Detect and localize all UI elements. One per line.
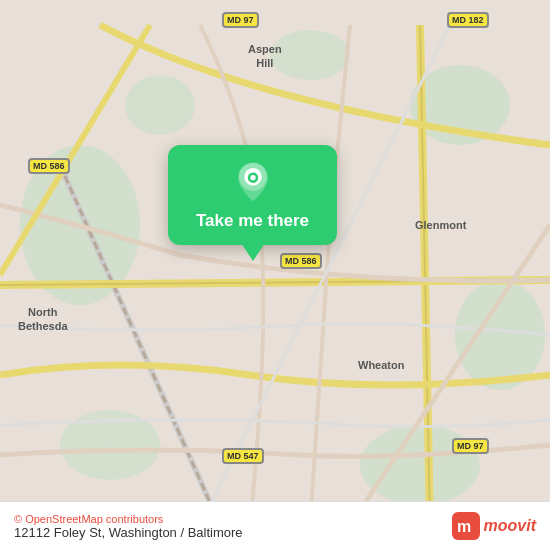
location-pin-icon: [232, 161, 274, 203]
road-badge-md97-bottom: MD 97: [452, 438, 489, 454]
moovit-logo: m moovit: [452, 512, 536, 540]
map-container: AspenHill Glenmont NorthBethesda Wheaton…: [0, 0, 550, 550]
moovit-brand-icon: m: [452, 512, 480, 540]
copyright-text: © OpenStreetMap contributors: [14, 513, 243, 525]
svg-text:m: m: [457, 518, 471, 535]
address-text: 12112 Foley St, Washington / Baltimore: [14, 525, 243, 540]
road-badge-md547: MD 547: [222, 448, 264, 464]
place-label-glenmont: Glenmont: [415, 218, 466, 232]
moovit-text-label: moovit: [484, 517, 536, 535]
svg-point-7: [125, 75, 195, 135]
svg-point-4: [360, 425, 480, 505]
popup-card[interactable]: Take me there: [168, 145, 337, 245]
road-badge-md586-mid: MD 586: [280, 253, 322, 269]
road-badge-md97-top: MD 97: [222, 12, 259, 28]
place-label-wheaton: Wheaton: [358, 358, 404, 372]
place-label-aspen-hill: AspenHill: [248, 42, 282, 71]
road-badge-md586-left: MD 586: [28, 158, 70, 174]
bottom-bar: © OpenStreetMap contributors 12112 Foley…: [0, 501, 550, 550]
take-me-there-button[interactable]: Take me there: [168, 145, 337, 245]
road-badge-md182: MD 182: [447, 12, 489, 28]
place-label-north-bethesda: NorthBethesda: [18, 305, 68, 334]
svg-point-20: [250, 175, 255, 180]
svg-point-5: [270, 30, 350, 80]
bottom-left-info: © OpenStreetMap contributors 12112 Foley…: [14, 513, 243, 540]
popup-label: Take me there: [196, 211, 309, 231]
